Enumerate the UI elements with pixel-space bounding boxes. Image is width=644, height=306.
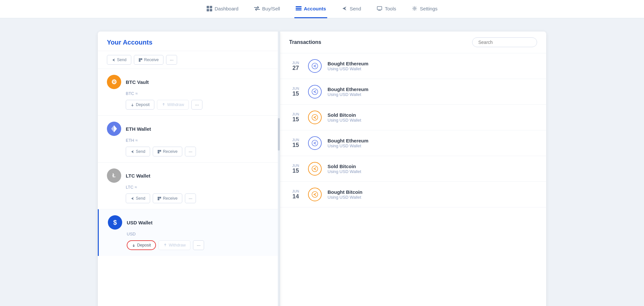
tools-icon — [377, 6, 382, 11]
svg-point-42 — [312, 114, 318, 120]
btc-deposit-button[interactable]: Deposit — [126, 100, 154, 110]
tx-type-icon — [308, 188, 322, 201]
tx-date: JUN 14 — [289, 189, 302, 200]
svg-rect-5 — [296, 8, 302, 9]
svg-point-43 — [312, 140, 318, 146]
svg-marker-11 — [112, 58, 115, 61]
dashboard-icon — [206, 6, 212, 11]
tx-date: JUN 15 — [289, 112, 302, 123]
tx-date: JUN 15 — [289, 138, 302, 149]
send-button-top[interactable]: Send — [107, 55, 131, 65]
svg-rect-37 — [158, 199, 159, 200]
svg-rect-30 — [158, 152, 159, 153]
tx-type-icon — [308, 111, 322, 124]
send-icon — [341, 6, 347, 11]
tx-type-icon — [308, 136, 322, 150]
scrollbar[interactable] — [278, 32, 280, 306]
tx-type-icon — [308, 59, 322, 73]
accounts-header: Your Accounts — [98, 32, 280, 51]
account-item-eth: ETH Wallet ETH ≈ Send — [98, 115, 280, 162]
tx-info: Bought Ethereum Using USD Wallet — [328, 61, 368, 71]
nav-send[interactable]: Send — [340, 0, 362, 18]
svg-rect-17 — [139, 60, 140, 61]
svg-point-10 — [414, 8, 416, 9]
svg-rect-0 — [207, 6, 209, 8]
svg-rect-16 — [141, 59, 142, 59]
btc-icon: ⚙ — [107, 75, 121, 89]
svg-marker-31 — [131, 197, 134, 200]
tx-item: JUN 15 Sold Bitcoin Using USD Wallet — [280, 156, 546, 182]
svg-rect-28 — [158, 150, 159, 151]
tx-info: Bought Bitcoin Using USD Wallet — [328, 189, 362, 200]
tx-date: JUN 27 — [289, 61, 302, 72]
svg-rect-8 — [377, 7, 382, 10]
tx-info: Bought Ethereum Using USD Wallet — [328, 86, 368, 97]
svg-point-45 — [312, 192, 318, 197]
btc-withdraw-button[interactable]: Withdraw — [157, 100, 189, 110]
eth-send-button[interactable]: Send — [126, 147, 150, 156]
usd-more-button[interactable]: ··· — [193, 240, 204, 250]
tx-date: JUN 15 — [289, 164, 302, 174]
ltc-icon: Ł — [107, 168, 121, 183]
tx-item: JUN 15 Bought Ethereum Using USD Wallet — [280, 130, 546, 156]
navbar: Dashboard Buy/Sell Accounts — [0, 0, 644, 19]
account-item-top-partial: Send Receive ··· — [98, 51, 280, 69]
usd-withdraw-button[interactable]: Withdraw — [159, 240, 190, 250]
tx-date: JUN 15 — [289, 86, 302, 97]
svg-rect-4 — [296, 6, 302, 7]
tx-list: JUN 27 Bought Ethereum Using USD Wallet … — [280, 53, 546, 306]
account-item-ltc: Ł LTC Wallet LTC ≈ Send — [98, 162, 280, 209]
svg-point-40 — [312, 63, 318, 69]
svg-rect-6 — [296, 9, 302, 10]
main-container: Your Accounts Send — [0, 19, 644, 306]
account-item-btc: ⚙ BTC Vault BTC ≈ Deposit Withdraw ··· — [98, 69, 280, 115]
btc-more-button[interactable]: ··· — [191, 100, 202, 110]
ltc-more-button[interactable]: ··· — [185, 193, 196, 203]
tx-item: JUN 15 Sold Bitcoin Using USD Wallet — [280, 105, 546, 130]
svg-rect-1 — [210, 6, 212, 8]
tx-title: Transactions — [289, 39, 321, 45]
nav-dashboard[interactable]: Dashboard — [205, 0, 239, 18]
search-input[interactable] — [472, 37, 537, 47]
settings-icon — [412, 6, 418, 11]
usd-deposit-button[interactable]: Deposit — [127, 240, 156, 250]
svg-rect-29 — [160, 150, 161, 151]
svg-marker-7 — [342, 7, 346, 10]
accounts-icon — [296, 6, 302, 11]
ltc-send-button[interactable]: Send — [126, 193, 150, 203]
svg-rect-15 — [139, 59, 140, 59]
svg-rect-3 — [210, 9, 212, 11]
svg-point-44 — [312, 166, 318, 172]
nav-tools[interactable]: Tools — [375, 0, 397, 18]
svg-rect-36 — [160, 197, 161, 198]
tx-type-icon — [308, 162, 322, 176]
more-button-top[interactable]: ··· — [166, 55, 177, 65]
receive-button-top[interactable]: Receive — [134, 55, 163, 65]
tx-item: JUN 14 Bought Bitcoin Using USD Wallet — [280, 182, 546, 207]
scroll-thumb — [278, 118, 280, 151]
accounts-panel: Your Accounts Send — [98, 32, 280, 306]
tx-info: Bought Ethereum Using USD Wallet — [328, 138, 368, 148]
svg-marker-24 — [131, 150, 134, 153]
nav-accounts[interactable]: Accounts — [294, 0, 327, 18]
eth-receive-button[interactable]: Receive — [153, 147, 182, 156]
buysell-icon — [254, 6, 260, 11]
tx-info: Sold Bitcoin Using USD Wallet — [328, 112, 361, 123]
nav-buysell[interactable]: Buy/Sell — [253, 0, 281, 18]
transactions-panel: Transactions JUN 27 Bought Ethereum — [280, 32, 546, 306]
account-item-usd: $ USD Wallet USD Deposit Withdraw ··· — [98, 209, 280, 256]
svg-rect-2 — [207, 9, 209, 11]
eth-icon — [107, 122, 121, 136]
tx-item: JUN 27 Bought Ethereum Using USD Wallet — [280, 53, 546, 79]
tx-type-icon — [308, 85, 322, 99]
eth-more-button[interactable]: ··· — [185, 147, 196, 156]
nav-settings[interactable]: Settings — [410, 0, 439, 18]
ltc-receive-button[interactable]: Receive — [153, 193, 182, 203]
svg-point-41 — [312, 89, 318, 95]
tx-item: JUN 15 Bought Ethereum Using USD Wallet — [280, 79, 546, 105]
tx-header: Transactions — [280, 32, 546, 53]
usd-icon: $ — [108, 215, 122, 230]
svg-rect-35 — [158, 197, 159, 198]
tx-info: Sold Bitcoin Using USD Wallet — [328, 164, 361, 174]
